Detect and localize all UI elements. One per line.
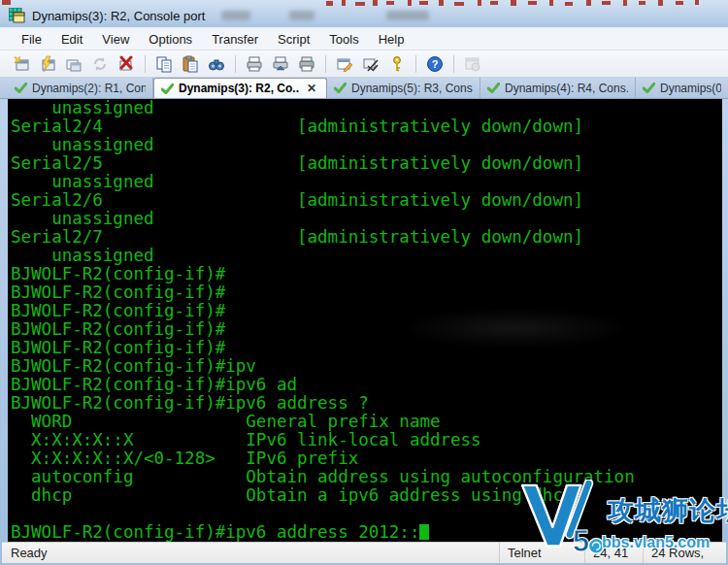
terminal-line: Serial2/7 [administratively down/down] — [11, 228, 722, 247]
app-window-icon[interactable] — [9, 8, 25, 23]
tab-label: Dynamips(3): R2, Co... — [179, 82, 299, 95]
session-tab[interactable]: Dynamips(3): R2, Co... ✕ — [153, 78, 327, 98]
session-options-icon[interactable] — [333, 53, 356, 75]
terminal-line-text: BJWOLF-R2(config-if)# — [11, 264, 225, 283]
tab-label: Dynamips(5): R3, Cons... — [351, 82, 473, 95]
connected-check-icon — [643, 83, 655, 93]
status-right-panes: Telnet 24, 41 24 Rows, — [499, 543, 726, 563]
terminal-line-text: Serial2/7 [administratively down/down] — [11, 227, 583, 247]
tab-label: Dynamips(4): R4, Cons... — [505, 82, 628, 95]
terminal-line: BJWOLF-R2(config-if)#ipv6 address ? — [11, 394, 722, 413]
connected-check-icon — [15, 83, 27, 93]
connected-check-icon — [487, 83, 500, 93]
svg-text:?: ? — [432, 58, 439, 70]
terminal-line: dhcp Obtain a ipv6 address using dhcp — [11, 486, 722, 505]
censored-blur — [289, 11, 314, 20]
screen-artifact — [401, 308, 629, 349]
terminal-line: Serial2/6 [administratively down/down] — [11, 191, 722, 210]
terminal-line: Serial2/5 [administratively down/down] — [11, 154, 722, 173]
window-titlebar[interactable]: Dynamips(3): R2, Console port — [0, 0, 728, 27]
terminal-line-text: unassigned — [11, 172, 154, 191]
terminal-cursor — [419, 524, 429, 540]
status-segment: 24 Rows, — [643, 543, 726, 563]
terminal-line: X:X:X:X::X IPv6 link-local address — [11, 431, 722, 449]
menu-item[interactable]: Transfer — [202, 29, 268, 50]
terminal-line: BJWOLF-R2(config-if)# — [11, 283, 722, 302]
session-tab-bar: Dynamips(2): R1, Cons... ✕ Dynamips(3): … — [0, 78, 728, 99]
toolbar-separator — [145, 55, 146, 73]
terminal-line: unassigned — [11, 210, 722, 228]
terminal-line-text: Serial2/5 [administratively down/down] — [11, 153, 583, 173]
connect-in-tab-icon[interactable] — [62, 53, 85, 75]
toolbar-separator — [235, 55, 236, 73]
terminal-line-text: X:X:X:X::X IPv6 link-local address — [11, 430, 481, 449]
terminal-line: BJWOLF-R2(config-if)#ipv6 ad — [11, 376, 722, 394]
terminal-line-text: BJWOLF-R2(config-if)# — [11, 319, 225, 339]
key-generator-icon[interactable] — [385, 53, 409, 75]
window-title: Dynamips(3): R2, Console port — [32, 9, 205, 23]
quick-connect-icon[interactable] — [10, 53, 33, 75]
paste-icon[interactable] — [179, 53, 202, 75]
menu-item[interactable]: File — [12, 29, 51, 50]
menu-item[interactable]: Script — [268, 29, 319, 50]
toolbar-separator — [415, 55, 416, 73]
terminal-line: BJWOLF-R2(config-if)#ipv6 address 2012:: — [11, 523, 722, 542]
terminal-line: WORD General prefix name — [11, 413, 722, 431]
censored-blur — [386, 11, 429, 20]
find-icon[interactable] — [205, 53, 228, 75]
censored-blur — [221, 11, 250, 20]
terminal-line-text: BJWOLF-R2(config-if)#ipv6 address ? — [11, 393, 369, 413]
terminal-line-text: Serial2/6 [administratively down/down] — [11, 190, 583, 210]
terminal-line-text: BJWOLF-R2(config-if)#ipv6 ad — [11, 375, 297, 394]
terminal-line-text: BJWOLF-R2(config-if)# — [11, 282, 225, 302]
menu-item[interactable]: Help — [369, 29, 414, 50]
session-tab[interactable]: Dynamips(5): R3, Cons... ✕ — [327, 78, 480, 98]
terminal-line: unassigned — [11, 99, 722, 117]
terminal-line — [11, 505, 722, 523]
connected-check-icon — [161, 83, 174, 94]
menu-item[interactable]: Edit — [51, 29, 92, 50]
print-setup-icon[interactable] — [269, 53, 292, 75]
toolbar-separator — [325, 55, 326, 73]
terminal-line: BJWOLF-R2(config-if)# — [11, 265, 722, 283]
terminal-line: unassigned — [11, 173, 722, 191]
connect-icon[interactable] — [36, 53, 59, 75]
terminal-line-text: autoconfig Obtain address using autoconf… — [11, 467, 635, 486]
tab-close-icon[interactable]: ✕ — [304, 82, 319, 95]
terminal-line-text: unassigned — [11, 99, 154, 117]
terminal-line-text: unassigned — [11, 246, 154, 265]
terminal-line-text: unassigned — [11, 209, 154, 228]
session-tab[interactable]: Dynamips(0): R5 ✕ — [636, 78, 728, 98]
terminal-line-text: BJWOLF-R2(config-if)#ipv — [11, 356, 256, 376]
session-tab[interactable]: Dynamips(4): R4, Cons... ✕ — [480, 78, 636, 98]
connected-check-icon — [334, 83, 347, 93]
menu-item[interactable]: View — [92, 29, 139, 50]
terminal-line: X:X:X:X::X/<0-128> IPv6 prefix — [11, 449, 722, 468]
terminal-line: unassigned — [11, 136, 722, 154]
global-options-icon[interactable] — [359, 53, 382, 75]
terminal-line: autoconfig Obtain address using autoconf… — [11, 468, 722, 486]
session-tab[interactable]: Dynamips(2): R1, Cons... ✕ — [8, 78, 153, 98]
print-icon[interactable] — [295, 53, 318, 75]
terminal-line-text: WORD General prefix name — [11, 412, 441, 431]
help-icon[interactable]: ? — [423, 53, 447, 75]
disconnect-icon[interactable] — [115, 53, 138, 75]
reconnect-icon[interactable] — [88, 53, 112, 75]
status-ready: Ready — [2, 546, 499, 560]
copy-icon[interactable] — [152, 53, 176, 75]
menu-item[interactable]: Options — [139, 29, 202, 50]
terminal-line-text: BJWOLF-R2(config-if)# — [11, 338, 225, 357]
terminal-line-text: Serial2/4 [administratively down/down] — [11, 116, 583, 136]
terminal-screen[interactable]: unassigned Serial2/4 [administratively d… — [8, 99, 722, 542]
status-bar: Ready Telnet 24, 41 24 Rows, — [2, 542, 726, 563]
status-segment: Telnet — [499, 543, 584, 563]
print-preview-icon[interactable] — [243, 53, 266, 75]
tab-label: Dynamips(2): R1, Cons... — [32, 82, 146, 95]
menu-item[interactable]: Tools — [319, 29, 368, 50]
terminal-line: Serial2/4 [administratively down/down] — [11, 117, 722, 136]
terminal-line-text: BJWOLF-R2(config-if)#ipv6 address 2012:: — [11, 522, 419, 542]
terminal-line: BJWOLF-R2(config-if)#ipv — [11, 357, 722, 376]
menu-bar: File Edit View Options Transfer Script T… — [0, 27, 728, 50]
web-session-icon[interactable] — [461, 53, 484, 75]
toolbar-separator — [453, 55, 454, 73]
